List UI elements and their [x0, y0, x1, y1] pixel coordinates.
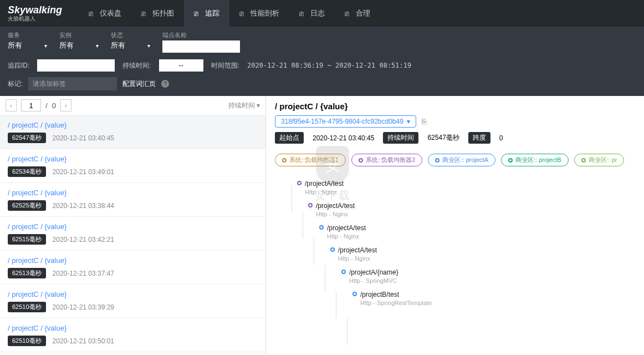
- span-row[interactable]: /projectA/testHttp - Nginx: [338, 243, 635, 265]
- trace-item[interactable]: / projectC / {value}62510毫秒2020-12-21 03…: [0, 318, 265, 352]
- span-title: /projectA/test: [338, 246, 635, 254]
- pager: ‹ / 0 › 持续时间 ▾: [0, 96, 265, 115]
- filter-service[interactable]: 服务 所有▾: [8, 31, 47, 53]
- nav-icon: ⎚: [239, 9, 247, 17]
- filter-label: 实例: [59, 31, 99, 39]
- filter-instance[interactable]: 实例 所有▾: [59, 31, 99, 53]
- span-row[interactable]: /projectB/testHttp - SpringRestTemplate: [360, 287, 635, 310]
- trace-item[interactable]: / projectC / {value}62510毫秒2020-12-21 03…: [0, 285, 265, 318]
- trace-duration-badge: 62525毫秒: [8, 200, 46, 211]
- filter-endpoint: 端点名称: [162, 31, 240, 53]
- legend-dot-icon: [508, 158, 513, 163]
- trace-duration-badge: 62513毫秒: [8, 268, 46, 278]
- span-subtitle: Http - Nginx: [338, 255, 635, 262]
- chevron-down-icon: ▾: [147, 43, 150, 49]
- span-node-icon: [341, 270, 346, 274]
- trace-item[interactable]: / projectC / {value}62515毫秒2020-12-21 03…: [0, 217, 265, 251]
- span-node-icon: [308, 203, 313, 207]
- nav-icon: ⎚: [299, 9, 307, 17]
- trace-item[interactable]: / projectC / {value}62534毫秒2020-12-21 03…: [0, 149, 265, 183]
- trace-duration-badge: 62515毫秒: [8, 234, 46, 245]
- filter-label: 端点名称: [162, 31, 240, 39]
- nav-item-性能剖析[interactable]: ⎚性能剖析: [229, 0, 289, 27]
- endpoint-input[interactable]: [162, 40, 240, 53]
- pager-total: 0: [52, 102, 56, 110]
- filter-bar-3: 标记: 配置词汇页 ?: [0, 77, 644, 96]
- top-nav: Skywalking 火箭机器人 ⎚仪表盘⎚拓扑图⎚追踪⎚性能剖析⎚日志⎚合理: [0, 0, 644, 27]
- nav-icon: ⎚: [345, 9, 352, 17]
- trace-id-pill[interactable]: 318f95e4-157e-4795-9804-cfc92bcd0b49 ▾: [275, 115, 416, 128]
- span-subtitle: Http - Nginx: [305, 189, 635, 195]
- sort-dropdown[interactable]: 持续时间 ▾: [228, 101, 260, 110]
- span-node-icon: [352, 292, 357, 296]
- traceid-label: 追踪ID:: [8, 61, 29, 70]
- help-icon[interactable]: ?: [161, 80, 169, 88]
- trace-detail-panel: 安 安下载 anxz.com / projectC / {value} 318f…: [266, 96, 644, 354]
- span-row[interactable]: /projectA/{name}Http - SpringMVC: [349, 265, 635, 287]
- trace-item[interactable]: / projectC / {value}62547毫秒2020-12-21 03…: [0, 115, 265, 149]
- filter-label: 服务: [8, 31, 47, 39]
- duration-input[interactable]: [159, 59, 203, 72]
- trace-id-value: 318f95e4-157e-4795-9804-cfc92bcd0b49: [281, 118, 403, 125]
- logo-text: Skywalking: [8, 5, 62, 15]
- traceid-input[interactable]: [37, 59, 115, 72]
- legend-pill[interactable]: 商业区:: projectA: [428, 154, 495, 166]
- trace-item-title: / projectC / {value}: [8, 189, 258, 197]
- span-row[interactable]: /projectA/testHttp - Nginx: [305, 176, 635, 199]
- filter-label: 状态: [111, 31, 150, 39]
- span-title: /projectA/test: [327, 224, 635, 232]
- nav-item-拓扑图[interactable]: ⎚拓扑图: [131, 0, 184, 27]
- nav-item-合理[interactable]: ⎚合理: [335, 0, 380, 27]
- pager-prev-button[interactable]: ‹: [6, 99, 17, 111]
- nav-item-日志[interactable]: ⎚日志: [289, 0, 335, 27]
- nav-item-追踪[interactable]: ⎚追踪: [184, 0, 229, 27]
- trace-item-title: / projectC / {value}: [8, 324, 258, 332]
- span-title: /projectB/test: [360, 291, 635, 298]
- legend-pill[interactable]: 系统::负载均衡器2: [351, 154, 422, 166]
- duration-label: 持续时间: [383, 132, 418, 144]
- legend-pill[interactable]: 系统::负载均衡器1: [275, 154, 346, 166]
- trace-item-time: 2020-12-21 03:49:01: [53, 168, 114, 176]
- logo: Skywalking 火箭机器人: [8, 5, 62, 22]
- tag-label: 标记:: [8, 79, 23, 89]
- span-value: 0: [499, 134, 503, 142]
- duration-value: 62547毫秒: [427, 133, 459, 143]
- pager-current-input[interactable]: [21, 99, 41, 111]
- legend-dot-icon: [359, 158, 363, 163]
- chevron-down-icon: ▾: [44, 43, 47, 49]
- trace-item-time: 2020-12-21 03:37:47: [53, 270, 114, 277]
- vocab-link[interactable]: 配置词汇页: [122, 79, 156, 89]
- span-subtitle: Http - SpringRestTemplate: [360, 300, 635, 306]
- nav-item-仪表盘[interactable]: ⎚仪表盘: [79, 0, 131, 27]
- trace-item[interactable]: / projectC / {value}62525毫秒2020-12-21 03…: [0, 183, 265, 217]
- span-title: /projectA/test: [305, 180, 635, 187]
- trace-item[interactable]: / projectC / {value}62513毫秒2020-12-21 03…: [0, 251, 265, 285]
- span-row[interactable]: /projectA/testHttp - Nginx: [316, 199, 635, 221]
- span-subtitle: Http - SpringMVC: [349, 277, 635, 284]
- legend-dot-icon: [581, 158, 586, 163]
- trace-item-time: 2020-12-21 03:42:21: [53, 236, 114, 244]
- pager-next-button[interactable]: ›: [60, 99, 71, 111]
- trace-item-time: 2020-12-21 03:50:01: [53, 337, 114, 345]
- span-tree: /projectA/testHttp - Nginx/projectA/test…: [275, 176, 635, 310]
- chevron-down-icon: ▾: [407, 118, 410, 125]
- trace-item-title: / projectC / {value}: [8, 155, 258, 163]
- legend-row: 系统::负载均衡器1系统::负载均衡器2商业区:: projectA商业区:: …: [275, 154, 635, 166]
- legend-dot-icon: [282, 158, 287, 163]
- span-subtitle: Http - Nginx: [316, 211, 635, 217]
- legend-pill[interactable]: 商业区:: pr: [574, 154, 625, 166]
- filter-status[interactable]: 状态 所有▾: [111, 31, 150, 53]
- span-node-icon: [297, 181, 301, 185]
- copy-icon[interactable]: ⎘: [422, 117, 426, 126]
- tag-input[interactable]: [28, 77, 117, 90]
- span-subtitle: Http - Nginx: [327, 233, 635, 240]
- trace-duration-badge: 62534毫秒: [8, 166, 46, 177]
- span-row[interactable]: /projectA/testHttp - Nginx: [327, 221, 635, 243]
- legend-pill[interactable]: 商业区:: projectB: [501, 154, 569, 166]
- timerange-value: 2020-12-21 08:36:19 ~ 2020-12-21 08:51:1…: [247, 62, 411, 69]
- trace-list-panel: ‹ / 0 › 持续时间 ▾ / projectC / {value}62547…: [0, 96, 266, 354]
- trace-item-time: 2020-12-21 03:39:29: [53, 303, 114, 311]
- span-title: /projectA/test: [316, 202, 635, 210]
- trace-duration-badge: 62510毫秒: [8, 336, 46, 346]
- filter-bar-2: 追踪ID: 持续时间: 时间范围: 2020-12-21 08:36:19 ~ …: [0, 56, 644, 77]
